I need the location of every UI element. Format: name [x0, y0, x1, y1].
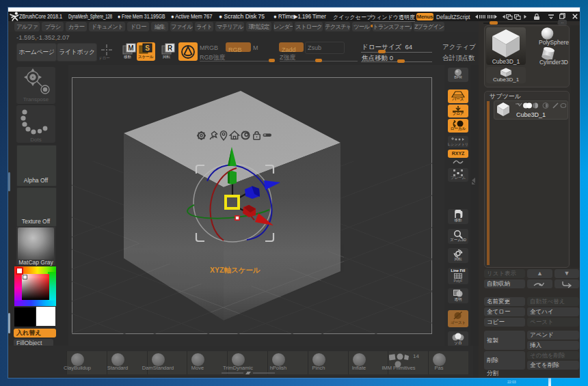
- svg-text:XYZ軸スケール: XYZ軸スケール: [210, 266, 260, 274]
- svg-text:S: S: [145, 44, 150, 52]
- svg-text:M: M: [128, 44, 133, 52]
- svg-text:R: R: [168, 44, 173, 52]
